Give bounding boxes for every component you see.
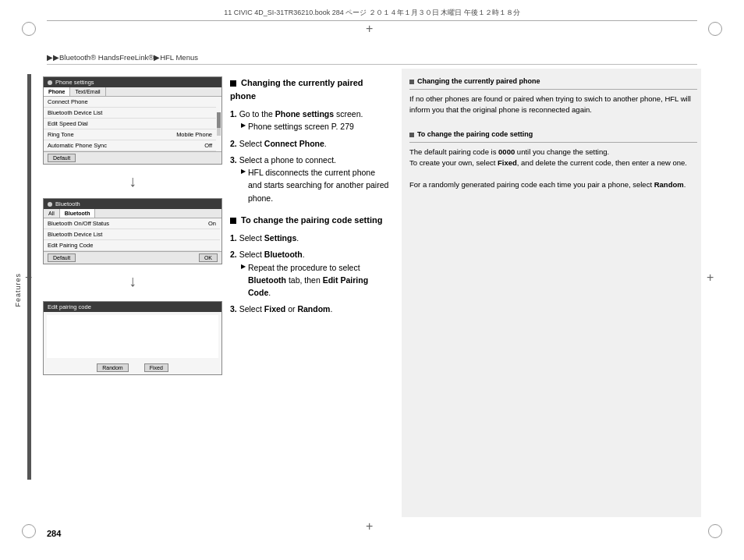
edit-pairing-title: Edit pairing code — [48, 303, 91, 310]
section2-header-text: To change the pairing code setting — [241, 215, 382, 225]
list-item-auto-phone-sync[interactable]: Automatic Phone Sync Off — [44, 140, 216, 151]
list-item-ring-tone[interactable]: Ring Tone Mobile Phone — [44, 129, 216, 140]
bluetooth-screenshot: Bluetooth All Bluetooth Bluetooth On/Off… — [43, 198, 222, 264]
note1-text: If no other phones are found or paired w… — [409, 94, 697, 116]
top-bar: 11 CIVIC 4D_SI-31TR36210.book 284 ページ ２０… — [47, 8, 697, 21]
btn-default-bt[interactable]: Default — [48, 253, 76, 262]
top-bar-text: 11 CIVIC 4D_SI-31TR36210.book 284 ページ ２０… — [224, 9, 520, 16]
note-section-1: Changing the currently paired phone If n… — [409, 76, 697, 115]
breadcrumb: ▶▶Bluetooth® HandsFreeLink®▶HFL Menus — [47, 53, 198, 62]
main-content: Phone settings Phone Text/Email Connect … — [43, 69, 701, 517]
bluetooth-bottom-bar: Default OK — [44, 251, 221, 264]
note2-title: To change the pairing code setting — [409, 129, 697, 143]
btn-ok-bt[interactable]: OK — [199, 253, 218, 262]
section1-header: Changing the currently paired phone — [230, 76, 390, 103]
crosshair-bottom — [366, 523, 378, 535]
section1-header-text: Changing the currently paired phone — [230, 78, 363, 101]
bluetooth-tabs: All Bluetooth — [44, 209, 221, 218]
right-panel: Changing the currently paired phone If n… — [402, 69, 701, 517]
page-number: 284 — [47, 529, 61, 538]
step2-1: 1. Select Settings. — [230, 232, 390, 244]
step1-3: 3. Select a phone to connect. HFL discon… — [230, 154, 390, 204]
list-item-speed-dial[interactable]: Edit Speed Dial — [44, 119, 216, 129]
arrow-down-2: ↓ — [43, 272, 222, 290]
scrollbar-phone[interactable] — [217, 112, 221, 136]
note1-title-text: Changing the currently paired phone — [417, 76, 540, 87]
tab-bluetooth[interactable]: Bluetooth — [60, 209, 96, 218]
list-item-bt-device-list[interactable]: Bluetooth Device List — [44, 108, 216, 119]
step2-2: 2. Select Bluetooth. Repeat the procedur… — [230, 248, 390, 299]
step2-2-sub: Repeat the procedure to select Bluetooth… — [241, 261, 390, 299]
step2-3: 3. Select Fixed or Random. — [230, 303, 390, 315]
edit-pairing-content — [47, 315, 218, 358]
note2-icon — [409, 133, 414, 137]
phone-settings-title: Phone settings — [55, 79, 94, 86]
list-item-connect-phone[interactable]: Connect Phone — [44, 97, 216, 108]
btn-default-phone[interactable]: Default — [48, 154, 76, 162]
phone-settings-screenshot: Phone settings Phone Text/Email Connect … — [43, 76, 222, 165]
tab-all[interactable]: All — [44, 209, 60, 218]
sidebar-bar — [27, 74, 31, 480]
tab-textemail[interactable]: Text/Email — [70, 87, 105, 96]
note2-title-text: To change the pairing code setting — [417, 129, 533, 140]
titlebar-dot-bt — [48, 202, 52, 207]
step1-3-sub: HFL disconnects the current phone and st… — [241, 166, 390, 204]
scrollbar-thumb-phone — [217, 112, 221, 128]
step1-1-sub: Phone settings screen P. 279 — [241, 120, 390, 133]
step1-2: 2. Select Connect Phone. — [230, 137, 390, 150]
step1-1: 1. Go to the Phone settings screen. Phon… — [230, 108, 390, 133]
phone-settings-tabs: Phone Text/Email — [44, 87, 221, 97]
edit-pairing-titlebar: Edit pairing code — [44, 302, 221, 312]
left-panel: Phone settings Phone Text/Email Connect … — [43, 69, 222, 517]
corner-mark-br — [708, 524, 722, 538]
note1-title: Changing the currently paired phone — [409, 76, 697, 90]
edit-pairing-btn-row: Random Fixed — [44, 361, 221, 374]
breadcrumb-line — [47, 64, 697, 65]
bluetooth-titlebar: Bluetooth — [44, 199, 221, 209]
phone-settings-bottom-bar: Default — [44, 151, 221, 164]
phone-settings-titlebar: Phone settings — [44, 77, 221, 87]
crosshair-top — [366, 25, 378, 37]
note1-icon — [409, 80, 414, 84]
section1-icon — [230, 80, 236, 87]
list-item-bt-onoff[interactable]: Bluetooth On/Off Status On — [44, 218, 220, 229]
breadcrumb-text: ▶▶Bluetooth® HandsFreeLink®▶HFL Menus — [47, 53, 198, 62]
tab-phone[interactable]: Phone — [44, 87, 70, 96]
sidebar-label: Features — [14, 273, 22, 307]
bluetooth-title: Bluetooth — [55, 200, 80, 207]
list-item-bt-device-list2[interactable]: Bluetooth Device List — [44, 229, 220, 240]
titlebar-dot — [48, 80, 52, 85]
list-item-edit-pairing[interactable]: Edit Pairing Code — [44, 240, 220, 251]
arrow-down-1: ↓ — [43, 172, 222, 190]
corner-mark-tl — [22, 22, 36, 36]
note-section-2: To change the pairing code setting The d… — [409, 129, 697, 191]
middle-panel: Changing the currently paired phone 1. G… — [222, 69, 402, 517]
section2-header: To change the pairing code setting — [230, 214, 390, 227]
btn-fixed[interactable]: Fixed — [144, 363, 168, 372]
corner-mark-bl — [22, 524, 36, 538]
edit-pairing-screenshot: Edit pairing code Random Fixed — [43, 301, 222, 375]
crosshair-right — [707, 274, 719, 286]
btn-random[interactable]: Random — [97, 363, 128, 372]
note2-text: The default pairing code is 0000 until y… — [409, 147, 697, 191]
corner-mark-tr — [708, 22, 722, 36]
section2-icon — [230, 218, 236, 224]
